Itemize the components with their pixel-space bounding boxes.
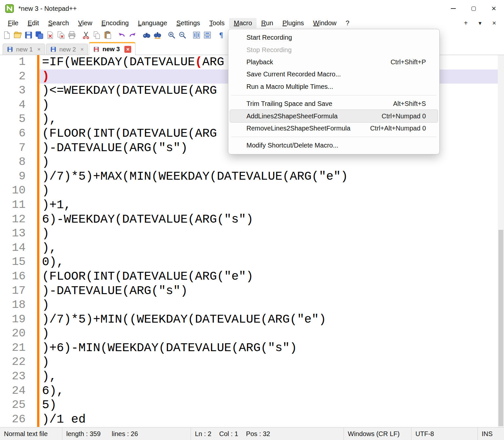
statusbar-typing-mode[interactable]: INS: [478, 428, 504, 440]
code-line-12[interactable]: 6)-WEEKDAY(DATEVALUE(ARG("s"): [39, 212, 498, 227]
menubar: FileEditSearchViewEncodingLanguageSettin…: [0, 17, 504, 29]
tab-new-2[interactable]: new 2×: [46, 44, 88, 55]
titlebar: *new 3 - Notepad++ ×: [0, 0, 504, 17]
code-line-16[interactable]: (FLOOR(INT(DATEVALUE(ARG("e"): [39, 270, 498, 284]
code-line-13[interactable]: ): [39, 227, 498, 241]
macro-menu-item-addlines2shapesheetformula[interactable]: AddLines2ShapeSheetFormulaCtrl+Numpad 0: [230, 110, 438, 122]
statusbar-encoding[interactable]: UTF-8: [411, 428, 478, 440]
redo-icon[interactable]: [128, 31, 137, 39]
line-number: 1: [0, 55, 26, 70]
menu-run[interactable]: Run: [257, 18, 278, 28]
replace-icon[interactable]: [153, 31, 162, 39]
close-all-icon[interactable]: [57, 31, 65, 39]
code-line-15[interactable]: 0),: [39, 255, 498, 270]
code-line-26[interactable]: )/1 ed: [39, 412, 498, 427]
new-file-icon[interactable]: [3, 31, 11, 39]
line-number: 23: [0, 370, 26, 384]
menu-tools[interactable]: Tools: [205, 18, 229, 28]
maximize-button[interactable]: [463, 0, 484, 17]
sync-horizontal-scroll-icon[interactable]: [203, 31, 212, 39]
macro-menu-item-stop-recording: Stop Recording: [230, 44, 438, 56]
macro-menu-item-save-current-recorded-macro[interactable]: Save Current Recorded Macro...: [230, 68, 438, 80]
code-line-18[interactable]: ): [39, 298, 498, 312]
code-line-24[interactable]: 6),: [39, 384, 498, 398]
macro-menu-item-start-recording[interactable]: Start Recording: [230, 31, 438, 44]
code-line-9[interactable]: )/7)*5)+MAX(MIN(WEEKDAY(DATEVALUE(ARG("e…: [39, 170, 498, 184]
copy-icon[interactable]: [93, 31, 101, 39]
code-line-20[interactable]: ): [39, 327, 498, 341]
code-line-10[interactable]: ): [39, 184, 498, 198]
show-all-characters-icon[interactable]: ¶: [217, 31, 226, 39]
scrollbar-thumb[interactable]: [498, 230, 503, 426]
close-icon[interactable]: [46, 31, 54, 39]
tab-close-icon[interactable]: ×: [37, 47, 41, 52]
notepadpp-window: *new 3 - Notepad++ × FileEditSearchViewE…: [0, 0, 504, 440]
saved-file-icon: [50, 46, 56, 52]
zoom-out-icon[interactable]: [178, 31, 187, 39]
save-all-icon[interactable]: [35, 31, 44, 39]
code-line-22[interactable]: ): [39, 355, 498, 370]
sync-vertical-scroll-icon[interactable]: [192, 31, 201, 39]
open-file-icon[interactable]: [13, 31, 22, 39]
paste-icon[interactable]: [103, 31, 112, 39]
code-line-23[interactable]: ),: [39, 370, 498, 384]
tab-close-icon[interactable]: ×: [80, 47, 84, 52]
zoom-in-icon[interactable]: [167, 31, 176, 39]
menu-item-label: Save Current Recorded Macro...: [246, 70, 341, 78]
undo-icon[interactable]: [117, 31, 126, 39]
code-line-25[interactable]: 5): [39, 398, 498, 412]
close-tab-button[interactable]: ×: [492, 19, 496, 27]
statusbar-doc-type: Normal text file: [0, 428, 62, 440]
line-number: 15: [0, 255, 26, 270]
line-number: 7: [0, 141, 26, 155]
find-icon[interactable]: [142, 31, 151, 39]
menu-help[interactable]: ?: [341, 18, 354, 28]
menu-search[interactable]: Search: [44, 18, 74, 28]
minimize-button[interactable]: [443, 0, 463, 17]
line-number: 5: [0, 112, 26, 127]
new-tab-button[interactable]: +: [464, 19, 468, 27]
print-icon[interactable]: [68, 31, 76, 39]
menu-macro[interactable]: Macro: [229, 18, 257, 28]
cut-icon[interactable]: [82, 31, 90, 39]
macro-menu-item-playback[interactable]: PlaybackCtrl+Shift+P: [230, 56, 438, 68]
menu-item-label: Playback: [246, 58, 273, 66]
macro-menu-item-trim-trailing-space-and-save[interactable]: Trim Trailing Space and SaveAlt+Shift+S: [230, 98, 438, 110]
menu-item-label: Trim Trailing Space and Save: [246, 100, 332, 108]
menu-file[interactable]: File: [3, 18, 23, 28]
close-button[interactable]: ×: [484, 0, 504, 17]
macro-menu-item-modify-shortcut-delete-macro[interactable]: Modify Shortcut/Delete Macro...: [230, 139, 438, 151]
vertical-scrollbar[interactable]: [498, 55, 504, 427]
statusbar-eol-format[interactable]: Windows (CR LF): [344, 428, 411, 440]
line-number: 18: [0, 298, 26, 312]
code-line-17[interactable]: )-DATEVALUE(ARG("s"): [39, 284, 498, 298]
tab-new-3[interactable]: new 3×: [89, 42, 136, 55]
saved-file-icon: [7, 46, 13, 52]
code-line-21[interactable]: )+6)-MIN(WEEKDAY(DATEVALUE(ARG("s"): [39, 341, 498, 355]
tab-close-icon[interactable]: ×: [124, 46, 131, 53]
menu-item-shortcut: Ctrl+Shift+P: [390, 58, 426, 66]
tab-list-dropdown-button[interactable]: ▼: [477, 20, 482, 26]
menu-plugins[interactable]: Plugins: [278, 18, 309, 28]
menu-view[interactable]: View: [74, 18, 97, 28]
code-line-8[interactable]: ): [39, 155, 498, 170]
code-line-19[interactable]: )/7)*5)+MIN((WEEKDAY(DATEVALUE(ARG("e"): [39, 312, 498, 327]
line-number-gutter: 1234567891011121314151617181920212223242…: [0, 55, 37, 427]
save-icon[interactable]: [24, 31, 33, 39]
line-number: 2: [0, 70, 26, 84]
macro-menu-item-removelines2shapesheetformula[interactable]: RemoveLines2ShapeSheetFormulaCtrl+Alt+Nu…: [230, 122, 438, 134]
menu-settings[interactable]: Settings: [172, 18, 204, 28]
code-line-11[interactable]: )+1,: [39, 198, 498, 212]
line-number: 25: [0, 398, 26, 412]
menu-edit[interactable]: Edit: [23, 18, 43, 28]
statusbar-lines: lines : 26: [112, 430, 138, 438]
menu-encoding[interactable]: Encoding: [97, 18, 133, 28]
menu-language[interactable]: Language: [133, 18, 172, 28]
tab-new-1[interactable]: new 1×: [3, 44, 45, 55]
code-line-14[interactable]: ),: [39, 241, 498, 255]
menu-window[interactable]: Window: [308, 18, 341, 28]
line-number: 9: [0, 170, 26, 184]
macro-menu-item-run-a-macro-multiple-times[interactable]: Run a Macro Multiple Times...: [230, 81, 438, 93]
menu-item-label: RemoveLines2ShapeSheetFormula: [246, 125, 350, 132]
menu-separator: [231, 137, 436, 137]
